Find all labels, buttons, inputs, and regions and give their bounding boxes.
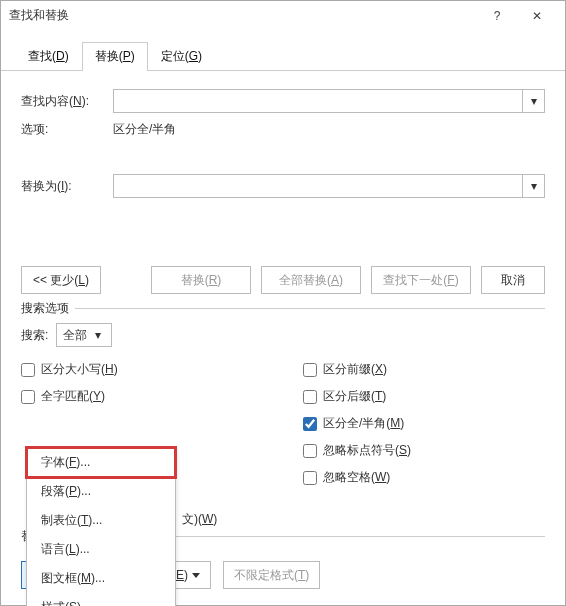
dialog-title: 查找和替换 [9, 7, 477, 24]
find-label: 查找内容(N): [21, 93, 113, 110]
replace-input[interactable] [113, 174, 523, 198]
search-direction-select[interactable]: 全部 ▾ [56, 323, 112, 347]
action-buttons-row: << 更少(L) 替换(R) 全部替换(A) 查找下一处(F) 取消 [21, 266, 545, 294]
chk-full-half-width[interactable]: 区分全/半角(M) [303, 415, 545, 432]
search-options-legend: 搜索选项 [21, 300, 75, 317]
titlebar: 查找和替换 ? ✕ [1, 1, 565, 31]
menu-item-tabs[interactable]: 制表位(T)... [27, 506, 175, 535]
search-direction-row: 搜索: 全部 ▾ [21, 323, 545, 347]
chk-match-case[interactable]: 区分大小写(H) [21, 361, 283, 378]
menu-item-font[interactable]: 字体(F)... [27, 448, 175, 477]
replace-row: 替换为(I): ▾ [21, 174, 545, 198]
cancel-button[interactable]: 取消 [481, 266, 545, 294]
find-row: 查找内容(N): ▾ [21, 89, 545, 113]
find-input-combo: ▾ [113, 89, 545, 113]
replace-all-button[interactable]: 全部替换(A) [261, 266, 361, 294]
search-direction-label: 搜索: [21, 327, 48, 344]
no-format-button[interactable]: 不限定格式(T) [223, 561, 320, 589]
chk-ignore-space[interactable]: 忽略空格(W) [303, 469, 545, 486]
menu-item-language[interactable]: 语言(L)... [27, 535, 175, 564]
chevron-down-icon: ▾ [531, 94, 537, 108]
checkbox-col-right: 区分前缀(X) 区分后缀(T) 区分全/半角(M) 忽略标点符号(S) [283, 361, 545, 486]
search-direction-value: 全部 [63, 327, 87, 344]
chevron-down-icon: ▾ [531, 179, 537, 193]
less-button[interactable]: << 更少(L) [21, 266, 101, 294]
options-value: 区分全/半角 [113, 121, 176, 138]
replace-input-combo: ▾ [113, 174, 545, 198]
tab-replace[interactable]: 替换(P) [82, 42, 148, 71]
replace-dropdown-button[interactable]: ▾ [523, 174, 545, 198]
options-label: 选项: [21, 121, 113, 138]
chk-partial-label: 文)(W) [182, 511, 217, 528]
tab-find[interactable]: 查找(D) [15, 42, 82, 71]
close-button[interactable]: ✕ [517, 2, 557, 30]
chk-match-prefix[interactable]: 区分前缀(X) [303, 361, 545, 378]
menu-item-style[interactable]: 样式(S)... [27, 593, 175, 606]
chk-match-suffix[interactable]: 区分后缀(T) [303, 388, 545, 405]
find-replace-dialog: 查找和替换 ? ✕ 查找(D) 替换(P) 定位(G) 查找内容(N): ▾ 选… [0, 0, 566, 606]
content-panel: 查找内容(N): ▾ 选项: 区分全/半角 替换为(I): ▾ << 更少(L) [1, 71, 565, 528]
find-input[interactable] [113, 89, 523, 113]
menu-item-frame[interactable]: 图文框(M)... [27, 564, 175, 593]
menu-item-paragraph[interactable]: 段落(P)... [27, 477, 175, 506]
tab-goto[interactable]: 定位(G) [148, 42, 215, 71]
find-next-button[interactable]: 查找下一处(F) [371, 266, 471, 294]
replace-button[interactable]: 替换(R) [151, 266, 251, 294]
chk-ignore-punct[interactable]: 忽略标点符号(S) [303, 442, 545, 459]
tabbar: 查找(D) 替换(P) 定位(G) [1, 31, 565, 71]
chevron-down-icon: ▾ [95, 328, 101, 342]
replace-label: 替换为(I): [21, 178, 113, 195]
chk-whole-word[interactable]: 全字匹配(Y) [21, 388, 283, 405]
help-button[interactable]: ? [477, 2, 517, 30]
chevron-down-icon [192, 573, 200, 578]
format-menu: 字体(F)... 段落(P)... 制表位(T)... 语言(L)... 图文框… [26, 447, 176, 606]
options-row: 选项: 区分全/半角 [21, 121, 545, 138]
find-dropdown-button[interactable]: ▾ [523, 89, 545, 113]
